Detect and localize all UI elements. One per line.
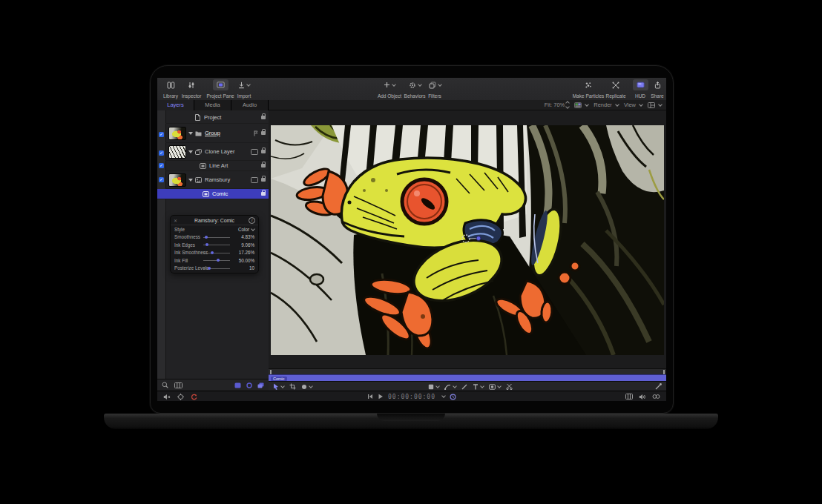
hud-icon	[633, 79, 648, 90]
hud-ink-edges-value[interactable]: 9.06%	[241, 242, 254, 248]
clock-icon[interactable]	[450, 394, 456, 400]
hud-style-value[interactable]: Color	[238, 227, 254, 232]
filters-button[interactable]: Filters	[424, 79, 445, 99]
ink-smoothness-slider[interactable]	[203, 253, 230, 253]
add-object-button[interactable]: Add Object	[375, 79, 404, 99]
group-checkbox[interactable]: ✓	[159, 132, 164, 137]
keyframe-pen-icon[interactable]	[655, 383, 662, 390]
replicate-icon	[608, 79, 623, 90]
lock-icon[interactable]	[261, 131, 266, 135]
hud-close-icon[interactable]: ✕	[174, 218, 177, 223]
record-loop-icon[interactable]	[191, 394, 197, 400]
tab-audio[interactable]: Audio	[231, 100, 269, 110]
layer-row-project[interactable]: Project	[165, 112, 269, 124]
line-art-checkbox[interactable]: ✓	[159, 163, 164, 168]
fx-badge-icon[interactable]	[251, 149, 258, 155]
search-icon[interactable]	[162, 382, 168, 388]
mask-tool[interactable]	[489, 384, 501, 390]
blade-tool[interactable]	[506, 383, 513, 390]
share-button[interactable]: Share	[649, 79, 665, 99]
import-icon	[234, 79, 254, 90]
render-menu[interactable]: Render	[594, 102, 619, 108]
layer-row-ramsbury[interactable]: Ramsbury	[165, 171, 269, 189]
lock-icon[interactable]	[261, 192, 266, 196]
hud-posterize-value[interactable]: 10	[249, 265, 254, 271]
lock-icon[interactable]	[261, 164, 266, 168]
audio-mute-icon[interactable]	[163, 394, 171, 400]
import-label: Import	[237, 93, 251, 99]
lock-icon[interactable]	[261, 150, 266, 153]
canvas-status-bar: Fit: 70% Render View	[269, 100, 666, 110]
ink-edges-slider[interactable]	[203, 245, 230, 245]
line-icon	[461, 384, 467, 390]
crop-tool[interactable]	[289, 383, 296, 390]
text-T-icon	[473, 384, 479, 390]
timecode-chevron-icon[interactable]	[441, 394, 446, 398]
layer-row-group[interactable]: Group	[165, 124, 269, 143]
clone-layer-checkbox[interactable]: ✓	[159, 150, 164, 156]
project-document-icon	[195, 114, 200, 121]
channels-control[interactable]	[574, 102, 588, 108]
make-particles-button[interactable]: Make Particles	[571, 79, 605, 99]
hud-button[interactable]: HUD	[632, 79, 648, 99]
fit-label: Fit: 70%	[545, 102, 565, 108]
mini-timeline-icon[interactable]	[625, 394, 633, 399]
timecode-display[interactable]: 00:00:00:00	[388, 394, 435, 400]
crosshair-icon[interactable]	[177, 394, 184, 400]
hud-smoothness-value[interactable]: 4.83%	[241, 234, 254, 239]
posterize-levels-slider[interactable]	[203, 268, 230, 269]
hud-info-icon[interactable]: i	[249, 217, 255, 224]
view-menu[interactable]: View	[624, 102, 642, 108]
line-tool[interactable]	[461, 384, 467, 390]
show-circle-toggle-icon[interactable]	[246, 382, 252, 388]
show-layers-toggle-icon[interactable]	[234, 382, 241, 388]
stacked-squares-toggle-icon[interactable]	[257, 382, 264, 388]
hud-ink-smoothness-value[interactable]: 17.26%	[239, 250, 254, 255]
make-particles-label: Make Particles	[573, 93, 605, 99]
select-transform-tool[interactable]	[273, 383, 284, 390]
layer-row-line-art[interactable]: Line Art	[165, 161, 269, 171]
hud-title-bar[interactable]: ✕ Ramsbury: Comic i	[171, 216, 258, 225]
disclosure-triangle-icon[interactable]	[188, 179, 193, 182]
fit-stepper-icon[interactable]	[566, 102, 569, 108]
paint-stroke-tool[interactable]	[301, 384, 312, 390]
disclosure-triangle-icon[interactable]	[188, 132, 193, 135]
lock-icon[interactable]	[261, 178, 266, 182]
comic-frog-artwork	[271, 125, 664, 355]
hud-ink-fill-value[interactable]: 50.00%	[239, 258, 254, 263]
library-button[interactable]: Library	[162, 79, 180, 99]
import-button[interactable]: Import	[233, 79, 255, 99]
group-label: Group	[205, 130, 220, 136]
tab-layers[interactable]: Layers	[157, 100, 194, 110]
hud-ink-edges-label: Ink Edges	[174, 242, 195, 248]
replicate-button[interactable]: Replicate	[602, 79, 629, 99]
speaker-icon[interactable]	[639, 394, 646, 400]
layout-menu[interactable]	[648, 102, 662, 108]
play-icon[interactable]	[378, 394, 384, 399]
render-label: Render	[594, 102, 612, 108]
lock-icon[interactable]	[261, 116, 266, 119]
filmstrip-icon[interactable]	[174, 382, 183, 388]
text-tool[interactable]	[473, 384, 484, 390]
layer-row-comic[interactable]: Comic	[157, 189, 269, 199]
shape-tool[interactable]	[428, 384, 439, 390]
ink-fill-slider[interactable]	[203, 260, 230, 261]
canvas-viewport[interactable]	[269, 110, 666, 368]
behaviors-button[interactable]: Behaviors	[402, 79, 427, 99]
main-toolbar: Library Inspector Project Pane	[157, 78, 666, 101]
flag-icon[interactable]	[254, 130, 258, 136]
bezier-tool[interactable]	[444, 384, 456, 390]
skip-back-icon[interactable]	[367, 394, 373, 399]
layout-grid-icon	[648, 102, 655, 108]
loop-icon[interactable]	[652, 394, 660, 399]
disclosure-triangle-icon[interactable]	[188, 150, 193, 153]
tab-media[interactable]: Media	[194, 100, 231, 110]
fx-badge-icon[interactable]	[251, 177, 258, 183]
smoothness-slider[interactable]	[203, 237, 230, 238]
group-folder-icon	[195, 130, 202, 136]
canvas-toolbar	[269, 381, 666, 391]
inspector-button[interactable]: Inspector	[180, 79, 203, 99]
layer-row-clone-layer[interactable]: Clone Layer	[165, 143, 269, 161]
ramsbury-checkbox[interactable]: ✓	[159, 177, 164, 182]
zoom-fit-control[interactable]: Fit: 70%	[545, 102, 570, 108]
